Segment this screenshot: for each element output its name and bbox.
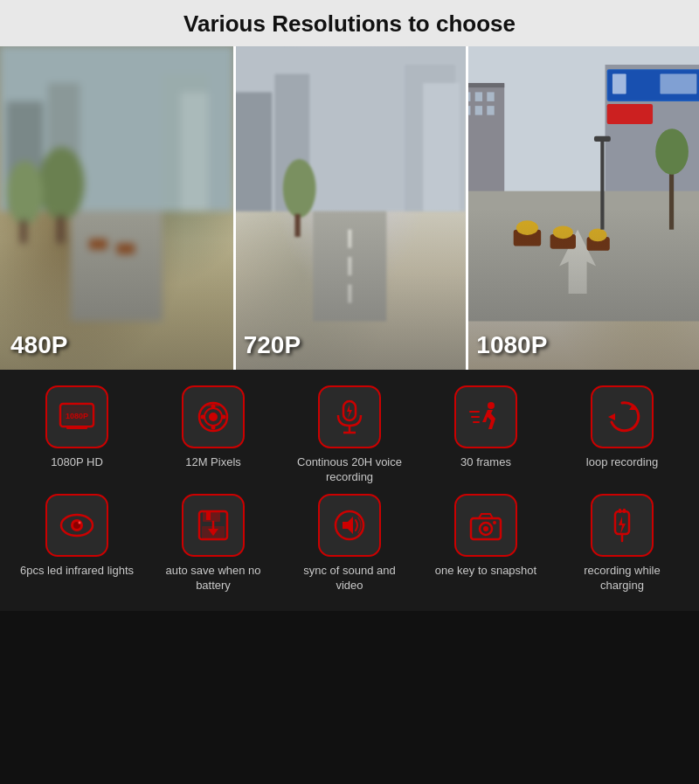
- svg-marker-69: [608, 413, 615, 420]
- feature-label-snapshot: one key to snapshot: [435, 564, 536, 579]
- svg-rect-31: [488, 106, 495, 114]
- feature-label-autosave: auto save when no battery: [152, 564, 274, 593]
- feature-label-charging: recording while charging: [561, 564, 683, 593]
- feature-icon-snapshot: [454, 494, 517, 557]
- feature-label-frames30: 30 frames: [460, 455, 511, 470]
- feature-autosave: auto save when no battery: [152, 494, 274, 593]
- svg-point-74: [79, 521, 81, 524]
- feature-label-pixels12m: 12M Pixels: [185, 455, 241, 470]
- feature-icon-pixels12m: [182, 385, 245, 448]
- feature-icon-frames30: [454, 385, 517, 448]
- svg-rect-35: [612, 73, 626, 94]
- svg-rect-4: [181, 92, 208, 211]
- feature-voice20h: Continous 20H voice recording: [288, 385, 411, 485]
- svg-rect-30: [475, 106, 482, 114]
- svg-point-60: [222, 415, 226, 420]
- res-panel-480: 480P: [0, 46, 233, 370]
- svg-rect-36: [661, 73, 697, 94]
- svg-rect-28: [488, 92, 495, 101]
- feature-label-voice20h: Continous 20H voice recording: [288, 455, 411, 485]
- res-label-1080: 1080P: [476, 331, 547, 359]
- svg-rect-76: [203, 511, 220, 522]
- page-title: Various Resolutions to choose: [0, 0, 699, 46]
- res-label-720: 720P: [244, 331, 301, 359]
- svg-rect-77: [206, 511, 211, 520]
- svg-rect-13: [233, 92, 272, 211]
- feature-icon-syncsound: [318, 494, 381, 557]
- feature-label-loop: loop recording: [586, 455, 658, 470]
- feature-icon-voice20h: [318, 385, 381, 448]
- resolution-section: 480P 720P: [0, 46, 699, 370]
- features-section: 1080P 1080P HD: [0, 370, 699, 611]
- features-row-2: 6pcs led infrared lights auto save when …: [9, 494, 690, 593]
- feature-loop: loop recording: [561, 385, 683, 470]
- feature-icon-autosave: [182, 494, 245, 557]
- feature-led6pcs: 6pcs led infrared lights: [16, 494, 138, 579]
- svg-point-85: [493, 521, 496, 524]
- feature-icon-loop: [591, 385, 654, 448]
- svg-rect-88: [623, 509, 626, 513]
- svg-rect-25: [466, 83, 504, 87]
- feature-frames30: 30 frames: [425, 385, 547, 470]
- svg-rect-27: [475, 92, 482, 101]
- feature-label-syncsound: sync of sound and video: [288, 564, 411, 593]
- svg-rect-87: [619, 509, 621, 513]
- svg-point-65: [488, 402, 495, 409]
- feature-icon-led6pcs: [45, 494, 108, 557]
- svg-rect-47: [594, 136, 611, 142]
- svg-text:1080P: 1080P: [66, 412, 88, 420]
- res-label-480: 480P: [10, 331, 67, 359]
- svg-rect-37: [607, 104, 653, 124]
- svg-point-56: [209, 413, 218, 421]
- feature-icon-hd1080: 1080P: [45, 385, 108, 448]
- feature-snapshot: one key to snapshot: [425, 494, 547, 579]
- svg-point-58: [211, 426, 216, 430]
- svg-rect-16: [423, 83, 460, 212]
- svg-point-59: [201, 415, 205, 420]
- feature-label-led6pcs: 6pcs led infrared lights: [20, 564, 134, 579]
- feature-pixels12m: 12M Pixels: [152, 385, 274, 470]
- feature-label-hd1080: 1080P HD: [51, 455, 103, 470]
- feature-charging: recording while charging: [561, 494, 683, 593]
- feature-hd1080: 1080P 1080P HD: [16, 385, 138, 470]
- svg-rect-61: [206, 403, 220, 406]
- res-panel-720: 720P: [233, 46, 467, 370]
- svg-point-84: [483, 526, 488, 531]
- svg-point-49: [656, 128, 689, 174]
- svg-rect-53: [66, 427, 87, 429]
- features-row-1: 1080P 1080P HD: [9, 385, 690, 485]
- feature-syncsound: sync of sound and video: [288, 494, 411, 593]
- title-text: Various Resolutions to choose: [183, 10, 516, 37]
- res-panel-1080: 1080P: [466, 46, 699, 370]
- svg-rect-24: [466, 83, 504, 193]
- feature-icon-charging: [591, 494, 654, 557]
